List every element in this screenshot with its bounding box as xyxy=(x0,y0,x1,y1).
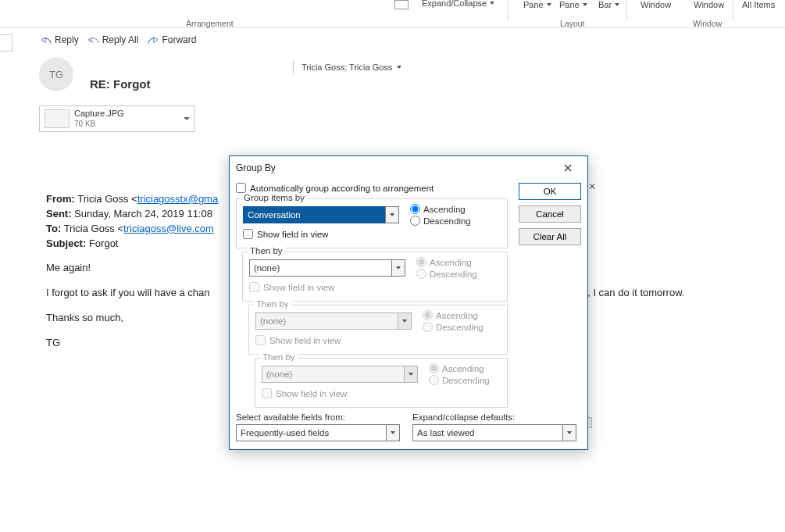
reply-button[interactable]: Reply xyxy=(41,34,79,45)
desc-radio-1[interactable]: Descending xyxy=(410,216,471,226)
chevron-down-icon[interactable] xyxy=(562,424,576,441)
group-by-dialog: Group By Automatically group according t… xyxy=(229,155,588,450)
message-subject: RE: Forgot xyxy=(90,77,150,91)
forward-button[interactable]: Forward xyxy=(148,34,196,45)
group-field-2-combo[interactable]: (none) xyxy=(249,259,405,277)
group-level-3: Then by (none) Ascending Descending Show… xyxy=(248,305,508,355)
dialog-titlebar: Group By xyxy=(230,156,587,180)
chevron-down-icon xyxy=(404,366,418,383)
chevron-down-icon[interactable] xyxy=(391,259,405,277)
asc-radio-1[interactable]: Ascending xyxy=(410,204,471,214)
show-field-4: Show field in view xyxy=(262,388,347,398)
from-email-link[interactable]: triciagosstx@gma xyxy=(137,193,219,205)
attachment-size: 70 KB xyxy=(74,120,179,129)
chevron-down-icon[interactable] xyxy=(385,206,399,223)
group-field-3-combo: (none) xyxy=(255,312,412,330)
chevron-down-icon[interactable] xyxy=(386,424,400,441)
reply-icon xyxy=(41,35,52,45)
chevron-down-icon xyxy=(583,3,587,6)
cancel-button[interactable]: Cancel xyxy=(519,205,581,223)
attachment-thumbnail xyxy=(45,109,70,128)
asc-radio-4: Ascending xyxy=(429,363,490,373)
ok-button[interactable]: OK xyxy=(519,183,581,200)
ribbon-group-arrangement: Arrangement xyxy=(186,19,234,28)
reply-all-button[interactable]: Reply All xyxy=(88,34,139,45)
group-level-4: Then by (none) Ascending Descending Show… xyxy=(255,358,508,408)
left-pane-stub[interactable] xyxy=(0,34,12,52)
pane-menu-1[interactable]: Pane xyxy=(523,0,551,9)
asc-radio-3: Ascending xyxy=(423,310,483,320)
background-close-fragment: ✕ xyxy=(588,181,596,192)
ribbon-separator xyxy=(733,0,733,21)
all-items-btn[interactable]: All Items xyxy=(742,0,775,9)
expand-defaults-label: Expand/collapse defaults: xyxy=(412,412,576,422)
separator xyxy=(293,60,294,74)
show-field-2: Show field in view xyxy=(249,282,334,292)
window-btn-1[interactable]: Window xyxy=(640,0,671,9)
dialog-title-text: Group By xyxy=(236,162,276,173)
reply-all-icon xyxy=(88,35,99,45)
chevron-down-icon xyxy=(490,2,494,5)
desc-radio-3: Descending xyxy=(423,322,483,332)
auto-group-checkbox[interactable]: Automatically group according to arrange… xyxy=(236,183,434,193)
expand-defaults-combo[interactable]: As last viewed xyxy=(412,424,576,441)
then-by-label: Then by xyxy=(254,299,291,309)
select-fields-combo[interactable]: Frequently-used fields xyxy=(236,424,400,441)
group-level-1: Group items by Conversation Ascending De… xyxy=(236,198,508,248)
ribbon-group-window: Window xyxy=(693,19,722,28)
asc-radio-2: Ascending xyxy=(416,257,477,267)
show-field-3: Show field in view xyxy=(255,335,341,345)
ribbon-group-layout: Layout xyxy=(560,19,585,28)
attachment-chip[interactable]: Capture.JPG 70 KB xyxy=(39,105,195,132)
close-icon xyxy=(564,164,572,172)
to-email-link[interactable]: triciagoss@live.com xyxy=(123,223,214,234)
chevron-down-icon xyxy=(397,66,401,69)
clear-all-button[interactable]: Clear All xyxy=(519,228,581,245)
forward-icon xyxy=(148,35,159,45)
group-field-1-combo[interactable]: Conversation xyxy=(243,206,399,223)
desc-radio-2: Descending xyxy=(416,269,477,279)
window-btn-2[interactable]: Window xyxy=(694,0,724,9)
dialog-close-button[interactable] xyxy=(555,158,581,178)
ribbon-separator xyxy=(626,0,627,21)
then-by-label: Then by xyxy=(260,352,298,362)
select-fields-label: Select available fields from: xyxy=(236,412,400,422)
pane-menu-2[interactable]: Pane xyxy=(559,0,587,9)
show-field-1[interactable]: Show field in view xyxy=(243,229,328,239)
desc-radio-4: Descending xyxy=(429,375,490,385)
ribbon-small-box xyxy=(394,0,409,9)
chevron-down-icon xyxy=(398,312,412,330)
group-level-2: Then by (none) Ascending Descending Show… xyxy=(242,252,508,302)
ribbon-separator xyxy=(508,0,508,21)
ribbon: Expand/Collapse Pane Pane Bar Window Win… xyxy=(0,0,785,28)
then-by-label: Then by xyxy=(248,246,285,255)
recipients-display[interactable]: Tricia Goss; Tricia Goss xyxy=(293,60,401,74)
bar-menu[interactable]: Bar xyxy=(598,0,619,9)
expand-collapse-menu[interactable]: Expand/Collapse xyxy=(422,0,494,8)
sender-avatar: TG xyxy=(39,57,73,91)
reply-toolbar: Reply Reply All Forward xyxy=(41,34,196,45)
chevron-down-icon xyxy=(547,3,551,6)
chevron-down-icon[interactable] xyxy=(184,117,190,120)
attachment-name: Capture.JPG xyxy=(74,109,179,119)
group-items-by-label: Group items by xyxy=(241,193,307,202)
chevron-down-icon xyxy=(615,3,619,6)
group-field-4-combo: (none) xyxy=(262,366,418,383)
